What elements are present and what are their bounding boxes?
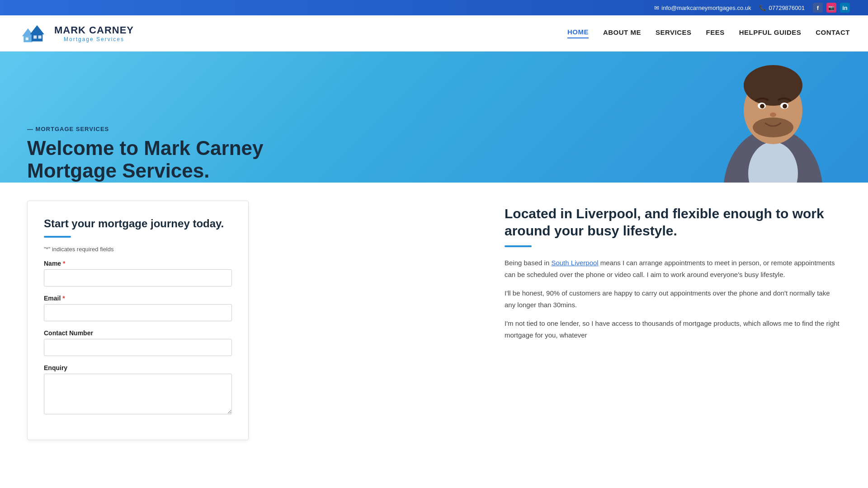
info-title: Located in Liverpool, and flexible enoug… (505, 205, 841, 239)
svg-marker-2 (30, 25, 44, 34)
logo-icon (18, 20, 50, 47)
hero-title-line2: Mortgage Services. (27, 160, 210, 182)
logo-subtitle: Mortgage Services (54, 36, 134, 42)
info-divider (505, 245, 532, 247)
form-card: Start your mortgage journey today. "*" i… (27, 201, 249, 440)
contact-number-input[interactable] (44, 339, 232, 356)
svg-rect-5 (33, 36, 37, 39)
name-group: Name * (44, 260, 232, 286)
instagram-icon[interactable]: 📷 (826, 3, 836, 13)
info-section: Located in Liverpool, and flexible enoug… (477, 183, 868, 458)
svg-point-11 (744, 65, 802, 106)
form-divider (44, 236, 71, 238)
nav-fees[interactable]: FEES (706, 28, 725, 38)
nav-services[interactable]: SERVICES (656, 28, 692, 38)
main-content: Start your mortgage journey today. "*" i… (0, 183, 868, 458)
contact-number-label: Contact Number (44, 329, 232, 337)
social-links: f 📷 in (813, 3, 850, 13)
required-note: "*" indicates required fields (44, 246, 232, 253)
form-card-title: Start your mortgage journey today. (44, 216, 232, 230)
enquiry-label: Enquiry (44, 364, 232, 371)
nav-home[interactable]: HOME (567, 28, 589, 38)
enquiry-group: Enquiry (44, 364, 232, 416)
hero-title: Welcome to Mark Carney Mortgage Services… (27, 137, 841, 183)
hero-subtitle: — MORTGAGE SERVICES (27, 126, 841, 132)
svg-rect-6 (38, 36, 42, 39)
nav-about[interactable]: ABOUT ME (603, 28, 641, 38)
logo-text: MARK CARNEY Mortgage Services (54, 24, 134, 42)
nav-guides[interactable]: HELPFUL GUIDES (739, 28, 802, 38)
facebook-icon[interactable]: f (813, 3, 823, 13)
name-label: Name * (44, 260, 232, 267)
email-contact[interactable]: ✉ info@markcarneymortgages.co.uk (654, 5, 751, 11)
info-para2: I'll be honest, 90% of customers are hap… (505, 287, 841, 310)
email-label: Email * (44, 295, 232, 302)
form-section: Start your mortgage journey today. "*" i… (0, 183, 477, 458)
phone-number: 07729876001 (769, 5, 805, 11)
hero-section: — MORTGAGE SERVICES Welcome to Mark Carn… (0, 52, 868, 183)
email-link[interactable]: info@markcarneymortgages.co.uk (661, 5, 751, 11)
hero-title-line1: Welcome to Mark Carney (27, 137, 263, 159)
info-para3: I'm not tied to one lender, so I have ac… (505, 318, 841, 341)
enquiry-textarea[interactable] (44, 374, 232, 414)
phone-icon: 📞 (759, 5, 766, 11)
name-input[interactable] (44, 269, 232, 286)
logo[interactable]: MARK CARNEY Mortgage Services (18, 20, 134, 47)
top-bar: ✉ info@markcarneymortgages.co.uk 📞 07729… (0, 0, 868, 15)
svg-rect-4 (26, 38, 28, 40)
main-nav: HOME ABOUT ME SERVICES FEES HELPFUL GUID… (567, 28, 850, 38)
hero-content: — MORTGAGE SERVICES Welcome to Mark Carn… (0, 103, 868, 183)
email-icon: ✉ (654, 5, 659, 11)
south-liverpool-link[interactable]: South Liverpool (551, 259, 598, 267)
linkedin-icon[interactable]: in (840, 3, 850, 13)
phone-contact[interactable]: 📞 07729876001 (759, 5, 805, 11)
nav-contact[interactable]: CONTACT (816, 28, 850, 38)
name-required-star: * (63, 260, 65, 267)
email-required-star: * (62, 295, 65, 302)
site-header: MARK CARNEY Mortgage Services HOME ABOUT… (0, 15, 868, 52)
email-group: Email * (44, 295, 232, 321)
email-input[interactable] (44, 304, 232, 321)
logo-title: MARK CARNEY (54, 24, 134, 36)
contact-number-group: Contact Number (44, 329, 232, 356)
info-para1: Being based in South Liverpool means I c… (505, 257, 841, 280)
